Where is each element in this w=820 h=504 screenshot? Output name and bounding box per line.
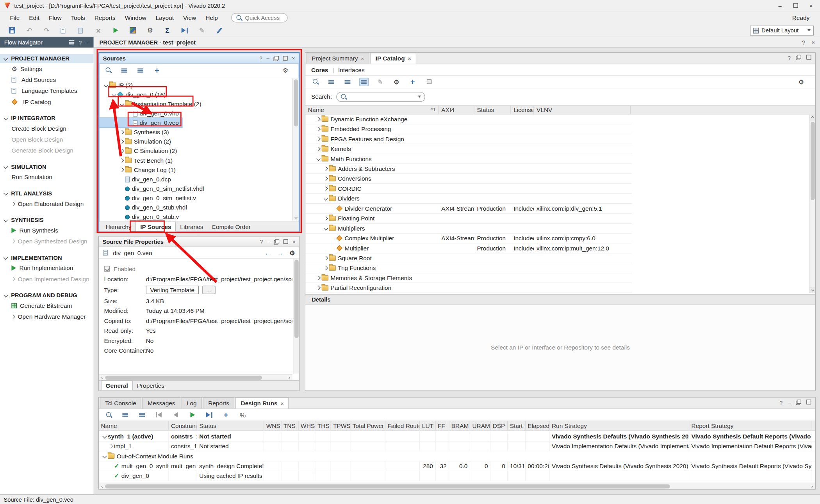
- expand-toggle[interactable]: [322, 217, 329, 220]
- expand-toggle[interactable]: [322, 167, 329, 170]
- menu-tools[interactable]: Tools: [66, 13, 90, 22]
- flownav-item-settings[interactable]: ⚙Settings: [0, 63, 94, 74]
- help-icon[interactable]: ?: [259, 55, 262, 61]
- flownav-item-open-synthesized-design[interactable]: Open Synthesized Design: [0, 236, 94, 247]
- tab-messages[interactable]: Messages: [143, 398, 180, 408]
- run-row-out-of-context-module-runs[interactable]: Out-of-Context Module Runs: [99, 451, 815, 461]
- quick-access-search[interactable]: Quick Access: [231, 13, 287, 22]
- sources-tree-item-c-simulation-2[interactable]: C Simulation (2): [99, 146, 292, 156]
- sources-tree-item-div-gen-0-sim-netlist-vhdl[interactable]: div_gen_0_sim_netlist.vhdl: [99, 184, 292, 193]
- properties-icon[interactable]: ✎: [376, 77, 385, 87]
- flownav-section-program-and-debug[interactable]: PROGRAM AND DEBUG: [0, 291, 94, 300]
- flownav-section-rtl-analysis[interactable]: RTL ANALYSIS: [0, 188, 94, 198]
- menu-view[interactable]: View: [178, 13, 201, 22]
- tab-project-summary[interactable]: Project Summary×: [307, 53, 369, 64]
- column-header-ff[interactable]: FF: [436, 421, 449, 430]
- menu-file[interactable]: File: [5, 13, 24, 22]
- catalog-row-multiplier[interactable]: MultiplierProductionIncludedxilinx.com:i…: [305, 243, 632, 253]
- expand-toggle[interactable]: [107, 445, 114, 448]
- scroll-down-icon[interactable]: [809, 287, 815, 293]
- expand-all-icon[interactable]: [343, 77, 353, 87]
- catalog-row-cordic[interactable]: CORDIC: [305, 184, 632, 193]
- sources-tree-item-div-gen-0-16[interactable]: div_gen_0 (16): [99, 90, 292, 99]
- scroll-left-icon[interactable]: ‹: [99, 484, 105, 489]
- help-icon[interactable]: ?: [780, 400, 783, 406]
- sources-tree-item-change-log-1[interactable]: Change Log (1): [99, 165, 292, 174]
- flownav-item-generate-block-design[interactable]: Generate Block Design: [0, 145, 94, 156]
- minimize-panel-icon[interactable]: –: [267, 239, 270, 245]
- close-panel-icon[interactable]: ×: [292, 239, 296, 245]
- delete-icon[interactable]: ×: [94, 26, 103, 35]
- details-toggle-icon[interactable]: [424, 77, 433, 87]
- undo-icon[interactable]: ↶: [25, 26, 34, 35]
- sources-tree-item-div-gen-0-dcp[interactable]: div_gen_0.dcp: [99, 174, 292, 184]
- column-header-ths[interactable]: THS: [316, 421, 331, 430]
- catalog-row-fpga-features-and-design[interactable]: FPGA Features and Design: [305, 134, 632, 144]
- sources-tree-item-div-gen-0-stub-v[interactable]: div_gen_0_stub.v: [99, 212, 292, 220]
- catalog-row-multipliers[interactable]: Multipliers: [305, 224, 632, 233]
- run-row-synth-1-active[interactable]: synth_1 (active)constrs_1Not startedViva…: [99, 431, 815, 441]
- column-header-vlnv[interactable]: VLNV: [534, 106, 631, 114]
- scrollbar-thumb[interactable]: [294, 260, 298, 338]
- menu-help[interactable]: Help: [201, 13, 223, 22]
- expand-toggle[interactable]: [101, 454, 107, 458]
- expand-toggle[interactable]: [101, 435, 107, 438]
- sources-tree-item-div-gen-0-stub-vhdl[interactable]: div_gen_0_stub.vhdl: [99, 203, 292, 212]
- close-panel-icon[interactable]: ×: [292, 55, 295, 61]
- search-icon[interactable]: [103, 66, 113, 75]
- step-back-icon[interactable]: [171, 410, 180, 419]
- flownav-section-synthesis[interactable]: SYNTHESIS: [0, 215, 94, 225]
- expand-toggle[interactable]: [315, 128, 321, 131]
- flownav-item-add-sources[interactable]: Add Sources: [0, 74, 94, 85]
- sources-tree-item-ip-2[interactable]: IP (2): [99, 80, 292, 90]
- sources-tree-item-simulation-2[interactable]: Simulation (2): [99, 137, 292, 146]
- scroll-left-icon[interactable]: ‹: [99, 375, 105, 380]
- catalog-row-trig-functions[interactable]: Trig Functions: [305, 263, 632, 273]
- tab-log[interactable]: Log: [182, 398, 202, 408]
- add-sources-icon[interactable]: +: [152, 66, 162, 75]
- flownav-item-run-implementation[interactable]: Run Implementation: [0, 262, 94, 273]
- expand-toggle[interactable]: [322, 177, 329, 180]
- step-forward-icon[interactable]: [205, 410, 214, 419]
- catalog-row-square-root[interactable]: Square Root: [305, 254, 632, 263]
- menu-layout[interactable]: Layout: [151, 13, 178, 22]
- close-icon[interactable]: ×: [811, 39, 815, 45]
- scroll-up-icon[interactable]: [809, 114, 815, 121]
- column-header-failed-routes[interactable]: Failed Routes: [385, 421, 420, 430]
- run-icon[interactable]: [188, 410, 197, 419]
- minimize-panel-icon[interactable]: –: [788, 400, 791, 406]
- expand-toggle[interactable]: [118, 131, 125, 134]
- help-icon[interactable]: ?: [260, 239, 263, 245]
- flownav-menu-icon[interactable]: [69, 40, 74, 44]
- catalog-row-floating-point[interactable]: Floating Point: [305, 214, 632, 224]
- previous-object-icon[interactable]: ←: [265, 250, 271, 256]
- minimize-panel-icon[interactable]: –: [266, 55, 269, 61]
- expand-toggle[interactable]: [103, 83, 109, 87]
- expand-toggle[interactable]: [118, 140, 125, 143]
- column-header-elapsed[interactable]: Elapsed: [526, 421, 550, 430]
- run-row-mult-gen-0-synth-1[interactable]: ✓mult_gen_0_synth_1mult_gen_0synth_desig…: [99, 461, 815, 471]
- catalog-row-complex-multiplier[interactable]: Complex MultiplierAXI4-StreamProductionI…: [305, 234, 632, 243]
- sources-tree-item-test-bench-1[interactable]: Test Bench (1): [99, 156, 292, 165]
- flownav-section-project-manager[interactable]: PROJECT MANAGER: [0, 54, 94, 63]
- expand-toggle[interactable]: [315, 137, 321, 140]
- flownav-item-ip-catalog[interactable]: IP Catalog: [0, 96, 94, 107]
- expand-toggle[interactable]: [322, 227, 329, 230]
- properties-panel-header[interactable]: Source File Properties ? – ×: [99, 237, 299, 247]
- expand-toggle[interactable]: [322, 257, 329, 260]
- flownav-item-open-elaborated-design[interactable]: Open Elaborated Design: [0, 198, 94, 209]
- scroll-right-icon[interactable]: ›: [809, 484, 815, 489]
- sources-panel-header[interactable]: Sources ? – ×: [99, 53, 298, 64]
- expand-toggle[interactable]: [315, 147, 321, 151]
- expand-toggle[interactable]: [315, 157, 321, 160]
- tab-tcl-console[interactable]: Tcl Console: [100, 398, 141, 408]
- close-tab-icon[interactable]: ×: [361, 56, 364, 62]
- ip-settings-icon[interactable]: ⚙: [392, 77, 401, 87]
- sources-tree-item-div-gen-0-veo[interactable]: div_gen_0.veo: [99, 118, 182, 128]
- scrollbar-thumb[interactable]: [810, 122, 815, 200]
- column-header-name[interactable]: Name^1: [305, 106, 439, 114]
- column-header-status[interactable]: Status: [474, 106, 511, 114]
- collapse-all-icon[interactable]: [121, 410, 130, 419]
- flownav-item-open-block-design[interactable]: Open Block Design: [0, 134, 94, 145]
- minimize-panel-icon[interactable]: –: [87, 39, 89, 45]
